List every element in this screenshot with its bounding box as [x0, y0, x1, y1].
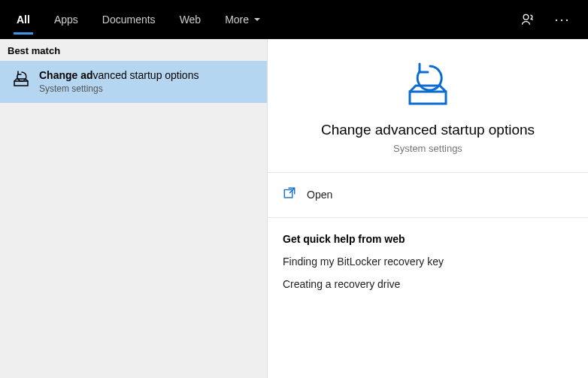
main-area: Best match Change advanced startup optio… — [0, 39, 588, 378]
topbar-right: ··· — [517, 9, 583, 30]
result-title-matched: Change ad — [39, 69, 93, 81]
tab-label: All — [17, 14, 30, 26]
svg-point-0 — [523, 14, 529, 20]
search-filter-tabs-bar: All Apps Documents Web More ··· — [0, 0, 588, 39]
tab-documents[interactable]: Documents — [90, 0, 168, 39]
svg-rect-1 — [14, 81, 28, 86]
chevron-down-icon — [253, 14, 261, 26]
result-texts: Change advanced startup options System s… — [39, 68, 199, 94]
tab-all[interactable]: All — [5, 0, 42, 39]
filter-tabs: All Apps Documents Web More — [5, 0, 517, 39]
recovery-icon — [11, 70, 32, 88]
tab-apps[interactable]: Apps — [42, 0, 90, 39]
svg-rect-2 — [410, 92, 446, 104]
tab-label: Apps — [54, 14, 78, 26]
result-title: Change advanced startup options — [39, 68, 199, 82]
preview-subtitle: System settings — [393, 143, 462, 154]
section-header-best-match: Best match — [0, 39, 267, 61]
result-item-advanced-startup[interactable]: Change advanced startup options System s… — [0, 61, 267, 103]
preview-actions: Open — [268, 173, 588, 218]
help-link-recovery-drive[interactable]: Creating a recovery drive — [283, 278, 573, 290]
tab-label: Documents — [102, 14, 156, 26]
help-section: Get quick help from web Finding my BitLo… — [268, 218, 588, 316]
tab-more[interactable]: More — [213, 0, 273, 39]
tab-web[interactable]: Web — [168, 0, 214, 39]
result-subtitle: System settings — [39, 83, 199, 94]
tab-label: More — [225, 14, 249, 26]
ellipsis-icon[interactable]: ··· — [552, 9, 573, 30]
preview-pane: Change advanced startup options System s… — [268, 39, 588, 378]
help-header: Get quick help from web — [283, 233, 573, 245]
tab-label: Web — [180, 14, 202, 26]
feedback-icon[interactable] — [517, 9, 538, 30]
preview-header: Change advanced startup options System s… — [268, 39, 588, 173]
preview-title: Change advanced startup options — [321, 122, 535, 138]
open-icon — [283, 186, 296, 202]
result-title-rest: vanced startup options — [93, 69, 199, 81]
recovery-large-icon — [404, 60, 452, 111]
results-pane: Best match Change advanced startup optio… — [0, 39, 268, 378]
help-link-bitlocker[interactable]: Finding my BitLocker recovery key — [283, 256, 573, 268]
action-open[interactable]: Open — [283, 182, 573, 207]
action-open-label: Open — [307, 189, 332, 201]
